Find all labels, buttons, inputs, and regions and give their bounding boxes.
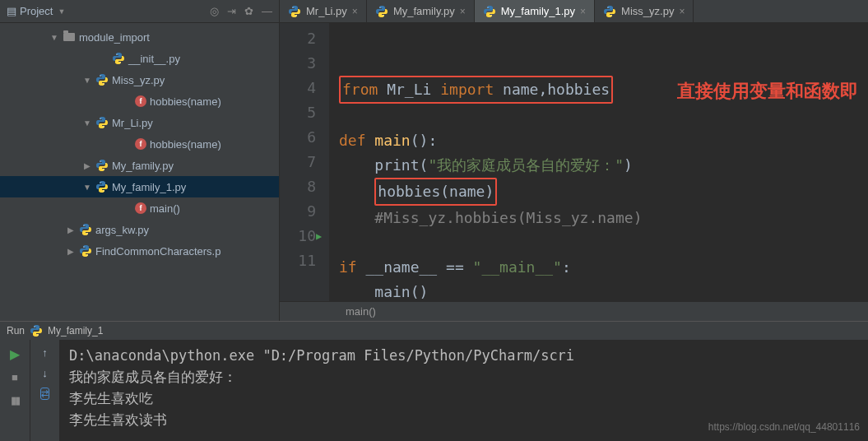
svg-point-7 — [103, 169, 104, 169]
run-gutter-icon[interactable]: ▶ — [316, 224, 322, 248]
run-label: Run — [7, 325, 25, 337]
expand-arrow-icon[interactable]: ▶ — [66, 225, 76, 234]
close-icon[interactable]: × — [580, 6, 586, 17]
folder-icon — [63, 30, 76, 44]
python-file-icon — [112, 52, 125, 65]
target-icon[interactable]: ◎ — [210, 5, 219, 17]
run-button[interactable]: ▶ — [7, 346, 22, 361]
tree-item[interactable]: ▶args_kw.py — [0, 219, 279, 240]
tab-label: My_family.py — [393, 5, 455, 17]
sidebar-title-label: Project — [20, 5, 53, 17]
sidebar-header: ▤ Project ▼ ◎ ⇥ ✿ — — [0, 0, 279, 23]
svg-point-3 — [103, 83, 104, 84]
svg-point-2 — [100, 75, 100, 76]
tree-item[interactable]: ▶FindCommonCharacters.p — [0, 240, 279, 262]
tree-item[interactable]: fhobbies(name) — [0, 133, 279, 155]
python-file-icon — [288, 5, 301, 18]
up-button[interactable]: ↑ — [42, 346, 48, 359]
editor-tab[interactable]: My_family_1.py× — [475, 0, 595, 22]
sidebar-title[interactable]: ▤ Project ▼ — [7, 5, 205, 17]
svg-point-15 — [295, 15, 296, 16]
expand-arrow-icon[interactable]: ▶ — [66, 247, 76, 256]
python-file-icon — [95, 180, 109, 193]
tree-item-label: FindCommonCharacters.p — [95, 245, 220, 258]
close-icon[interactable]: × — [460, 6, 466, 17]
annotation-text: 直接使用变量和函数即 — [677, 79, 858, 104]
tree-item[interactable]: __init__.py — [0, 48, 279, 69]
line-number: 2 — [280, 26, 316, 51]
collapse-icon[interactable]: ⇥ — [227, 5, 236, 17]
stop-button[interactable]: ■ — [7, 369, 22, 384]
svg-point-6 — [100, 160, 100, 161]
python-file-icon — [79, 223, 92, 236]
run-header: Run My_family_1 — [0, 322, 868, 340]
line-number: 8 — [280, 174, 316, 199]
line-number: 10▶ — [280, 224, 316, 248]
run-output[interactable]: D:\anaconda\python.exe "D:/Program Files… — [59, 340, 868, 441]
svg-point-12 — [83, 246, 84, 247]
svg-point-8 — [100, 182, 100, 183]
line-number: 9 — [280, 199, 316, 224]
expand-arrow-icon[interactable]: ▼ — [82, 118, 92, 128]
tree-item[interactable]: ▼module_import — [0, 26, 279, 48]
tree-item[interactable]: fhobbies(name) — [0, 91, 279, 112]
tree-item[interactable]: fmain() — [0, 197, 279, 219]
line-number: 7 — [280, 150, 316, 174]
down-button[interactable]: ↓ — [42, 367, 48, 379]
editor-tab[interactable]: Miss_yz.py× — [595, 0, 694, 22]
close-icon[interactable]: × — [679, 6, 685, 17]
svg-point-1 — [119, 62, 120, 63]
svg-point-9 — [103, 190, 104, 191]
line-number: 4 — [280, 76, 316, 100]
gear-icon[interactable]: ✿ — [244, 5, 253, 17]
python-file-icon — [95, 116, 109, 129]
function-icon: f — [135, 202, 146, 214]
tree-item[interactable]: ▶My_family.py — [0, 155, 279, 176]
tree-item-label: Mr_Li.py — [112, 117, 153, 129]
hide-icon[interactable]: — — [262, 5, 272, 17]
python-file-icon — [95, 159, 109, 172]
project-tree[interactable]: ▼module_import__init__.py▼Miss_yz.pyfhob… — [0, 23, 279, 321]
svg-point-0 — [116, 53, 117, 54]
svg-point-13 — [86, 254, 87, 255]
wrap-button[interactable]: ⇄ — [40, 388, 49, 400]
python-file-icon — [483, 5, 496, 18]
editor-tabs: Mr_Li.py×My_family.py×My_family_1.py×Mis… — [280, 0, 868, 23]
tree-item[interactable]: ▼Miss_yz.py — [0, 69, 279, 91]
svg-point-4 — [100, 118, 100, 118]
expand-arrow-icon[interactable]: ▼ — [82, 183, 92, 192]
python-icon — [30, 324, 43, 337]
code-editor[interactable]: 2345678910▶11 from Mr_Li import name,hob… — [280, 23, 868, 301]
pause-button[interactable]: ▮▮ — [7, 392, 22, 407]
svg-point-14 — [292, 7, 293, 7]
tree-item-label: Miss_yz.py — [112, 74, 165, 86]
code-content[interactable]: from Mr_Li import name,hobbies def main(… — [329, 23, 868, 301]
expand-arrow-icon[interactable]: ▼ — [82, 76, 92, 85]
run-config-name[interactable]: My_family_1 — [48, 325, 103, 337]
editor-tab[interactable]: My_family.py× — [367, 0, 475, 22]
editor-tab[interactable]: Mr_Li.py× — [280, 0, 367, 22]
svg-point-5 — [103, 126, 104, 127]
svg-point-19 — [490, 15, 491, 16]
tree-item-label: My_family.py — [112, 160, 174, 172]
tree-item[interactable]: ▼My_family_1.py — [0, 176, 279, 197]
svg-point-18 — [487, 7, 488, 7]
line-number: 3 — [280, 51, 316, 76]
svg-point-20 — [608, 7, 609, 7]
run-sub-controls: ↑ ↓ ⇄ — [30, 340, 59, 441]
editor-area: Mr_Li.py×My_family.py×My_family_1.py×Mis… — [280, 0, 868, 321]
watermark: https://blog.csdn.net/qq_44801116 — [708, 416, 860, 438]
function-icon: f — [135, 138, 146, 150]
tree-item-label: hobbies(name) — [150, 95, 221, 108]
close-icon[interactable]: × — [352, 6, 358, 17]
breadcrumb[interactable]: main() — [280, 301, 868, 321]
expand-arrow-icon[interactable]: ▼ — [49, 33, 59, 42]
svg-point-21 — [611, 15, 612, 16]
tree-item[interactable]: ▼Mr_Li.py — [0, 112, 279, 133]
expand-arrow-icon[interactable]: ▶ — [82, 161, 92, 170]
svg-point-10 — [83, 225, 84, 225]
svg-point-11 — [86, 233, 87, 234]
project-icon: ▤ — [7, 5, 16, 17]
python-file-icon — [95, 73, 109, 86]
tree-item-label: hobbies(name) — [150, 138, 221, 151]
